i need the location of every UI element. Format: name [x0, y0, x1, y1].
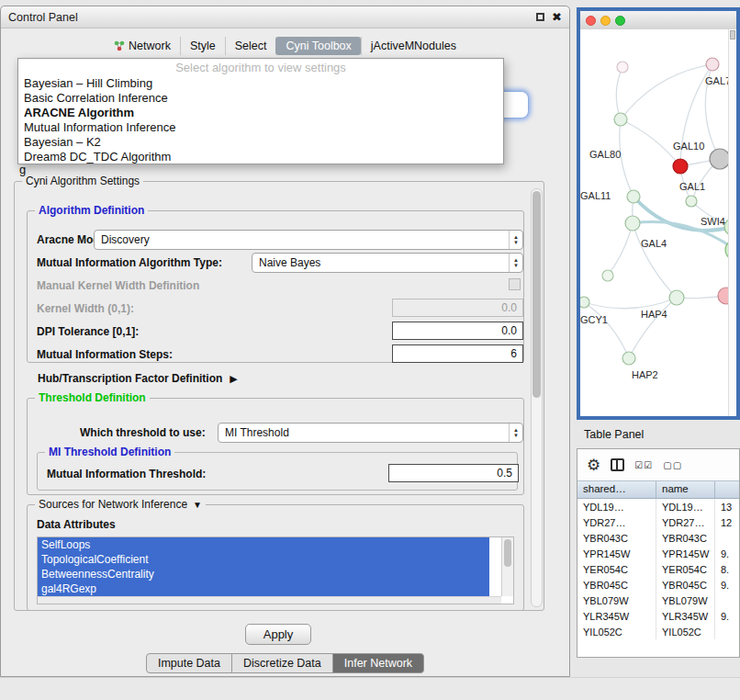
tab-jactivemnodules[interactable]: jActiveMNodules: [361, 37, 465, 55]
hub-definition-toggle[interactable]: Hub/Transcription Factor Definition ▶: [38, 372, 238, 385]
tab-cyni-toolbox[interactable]: Cyni Toolbox: [275, 37, 360, 55]
network-node[interactable]: [622, 352, 635, 365]
zoom-window-icon[interactable]: [615, 16, 625, 26]
algorithm-option[interactable]: Bayesian – K2: [18, 135, 503, 150]
settings-scrollbar[interactable]: [531, 188, 543, 607]
table-row[interactable]: YIL052CYIL052C: [577, 624, 739, 639]
table-header: shared… name: [577, 480, 739, 499]
attribute-list-vscrollbar[interactable]: [501, 537, 513, 596]
table-row[interactable]: YLR345WYLR345W9.: [577, 608, 739, 624]
table-cell: YPR145W: [656, 546, 715, 561]
algorithm-option-placeholder[interactable]: Select algorithm to view settings: [18, 61, 503, 76]
cyni-algorithm-settings-title: Cyni Algorithm Settings: [22, 175, 143, 187]
table-cell: YLR345W: [656, 608, 715, 624]
table-panel-window: ⚙ ☑☑ ▢▢ shared… name YDL19…YDL19…13YDR27…: [577, 448, 740, 658]
mi-steps-label: Mutual Information Steps:: [37, 348, 173, 361]
network-edge: [633, 223, 677, 298]
mi-type-select[interactable]: Naive Bayes ▲▼: [252, 253, 523, 273]
algorithm-option[interactable]: ARACNE Algorithm: [18, 106, 503, 120]
which-threshold-label: Which threshold to use:: [80, 426, 206, 439]
attribute-item[interactable]: gal4RGexp: [38, 581, 489, 596]
hub-definition-label: Hub/Transcription Factor Definition: [38, 372, 222, 385]
algorithm-option[interactable]: Bayesian – Hill Climbing: [18, 76, 503, 91]
network-edge: [616, 67, 622, 119]
close-window-icon[interactable]: [586, 16, 596, 26]
attribute-list-hscrollbar[interactable]: [38, 596, 501, 604]
column-header-name[interactable]: name: [656, 481, 715, 498]
network-edge: [584, 302, 629, 358]
table-row[interactable]: YER054CYER054C8.: [577, 561, 739, 577]
table-cell: 9.: [715, 546, 739, 561]
float-panel-icon[interactable]: [536, 13, 544, 21]
algorithm-option[interactable]: Basic Correlation Inference: [18, 91, 503, 106]
manual-kernel-checkbox: [509, 278, 521, 290]
attribute-item[interactable]: TopologicalCoefficient: [38, 552, 489, 567]
network-node[interactable]: [669, 290, 684, 305]
tab-style[interactable]: Style: [180, 37, 225, 55]
sources-group-title[interactable]: Sources for Network Inference ▼: [35, 498, 206, 511]
table-cell: YER054C: [656, 561, 715, 577]
network-node[interactable]: [627, 190, 640, 203]
network-node[interactable]: [710, 149, 730, 169]
control-panel-title: Control Panel: [8, 11, 78, 24]
network-node[interactable]: [580, 297, 589, 308]
mi-threshold-group-title: MI Threshold Definition: [45, 446, 174, 458]
table-row[interactable]: YBL079WYBL079W: [577, 593, 739, 608]
algorithm-option[interactable]: Dream8 DC_TDC Algorithm: [18, 150, 503, 164]
aracne-mode-select[interactable]: Discovery ▲▼: [94, 230, 523, 250]
algorithm-definition-group: Algorithm Definition Aracne Mode: Discov…: [27, 210, 524, 363]
table-cell: 8.: [715, 561, 739, 577]
network-node[interactable]: [673, 159, 688, 174]
sources-group: Sources for Network Inference ▼ Data Att…: [27, 504, 524, 611]
algorithm-option[interactable]: Mutual Information Inference: [18, 120, 503, 135]
mi-threshold-input[interactable]: 0.5: [388, 464, 519, 482]
tab-label: Cyni Toolbox: [286, 40, 351, 52]
network-node[interactable]: [617, 62, 628, 73]
minimize-window-icon[interactable]: [600, 16, 611, 26]
column-header-cut[interactable]: [715, 481, 739, 498]
network-node[interactable]: [614, 113, 627, 126]
select-all-columns-icon[interactable]: ☑☑: [634, 460, 653, 470]
which-threshold-value: MI Threshold: [225, 426, 509, 439]
bottom-tab-discretize-data[interactable]: Discretize Data: [231, 653, 333, 673]
mi-steps-input[interactable]: 6: [392, 344, 523, 363]
dpi-tolerance-input[interactable]: 0.0: [392, 322, 523, 340]
attribute-list[interactable]: SelfLoopsTopologicalCoefficientBetweenne…: [37, 536, 514, 604]
table-row[interactable]: YBR043CYBR043C: [577, 530, 739, 546]
table-panel-title: Table Panel: [584, 428, 644, 441]
settings-gear-icon[interactable]: ⚙: [587, 457, 600, 473]
tab-network[interactable]: Network: [105, 37, 180, 55]
network-canvas[interactable]: GAL7GAL80GAL10GAL11GAL1SWI4GAL4GCY1HAP4Y…: [580, 29, 736, 416]
network-node[interactable]: [706, 58, 719, 71]
table-cell: [715, 593, 739, 608]
network-node[interactable]: [602, 270, 613, 281]
tab-select[interactable]: Select: [225, 37, 276, 55]
apply-button[interactable]: Apply: [245, 624, 311, 645]
table-row[interactable]: YBR045CYBR045C9.: [577, 577, 739, 593]
table-row[interactable]: YDL19…YDL19…13: [577, 499, 739, 514]
control-panel-titlebar: Control Panel ✖: [1, 6, 569, 28]
bottom-tab-impute-data[interactable]: Impute Data: [146, 653, 232, 673]
network-vscrollbar[interactable]: [728, 29, 736, 416]
attribute-item[interactable]: BetweennessCentrality: [38, 567, 489, 581]
which-threshold-select[interactable]: MI Threshold ▲▼: [218, 423, 523, 443]
show-columns-icon[interactable]: [611, 458, 624, 471]
table-cell: YPR145W: [577, 546, 656, 561]
deselect-all-columns-icon[interactable]: ▢▢: [663, 460, 682, 470]
network-edge: [621, 119, 680, 166]
bottom-strip: [0, 677, 740, 700]
network-node[interactable]: [625, 216, 640, 231]
table-cell: YBL079W: [577, 593, 656, 608]
chevron-right-icon: ▶: [230, 373, 237, 385]
close-panel-icon[interactable]: ✖: [552, 13, 562, 22]
node-label: GAL7: [705, 75, 731, 86]
bottom-tab-infer-network[interactable]: Infer Network: [332, 653, 424, 673]
table-row[interactable]: YPR145WYPR145W9.: [577, 546, 739, 561]
column-header-shared-name[interactable]: shared…: [577, 481, 656, 498]
network-node[interactable]: [686, 196, 697, 207]
algorithm-dropdown-popup: Select algorithm to view settings Bayesi…: [17, 58, 504, 164]
table-row[interactable]: YDR27…YDR27…12: [577, 514, 739, 530]
attribute-item[interactable]: SelfLoops: [38, 537, 489, 552]
table-cell: YDR27…: [656, 514, 715, 530]
table-cell: 13: [715, 499, 739, 514]
